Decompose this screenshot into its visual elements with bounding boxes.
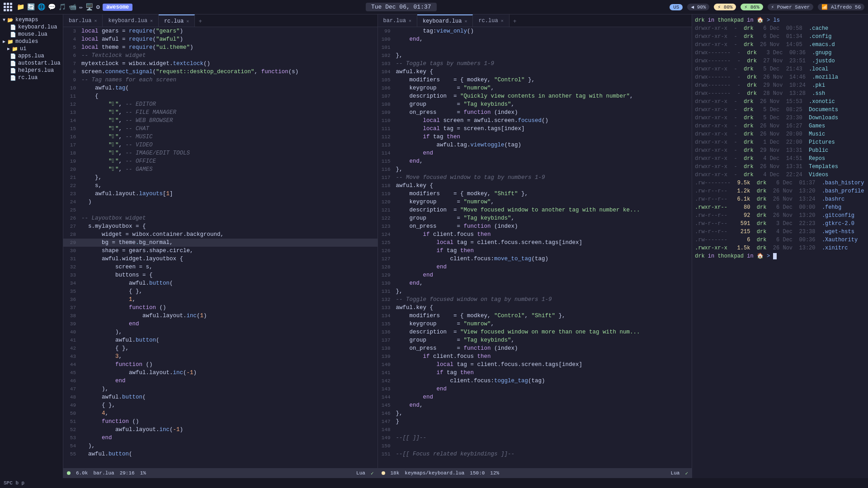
left-status-bar: 6.0k bar.lua 29:16 1% Lua ✓ xyxy=(63,468,377,478)
browser-icon[interactable]: 🌐 xyxy=(38,3,45,11)
code-line: 142 client.focus:toggle_tag(tag) xyxy=(378,377,692,385)
left-tab-keyboard-lua-close[interactable]: ✕ xyxy=(150,18,153,23)
sidebar-item-rc-lua[interactable]: 📄 rc.lua xyxy=(0,74,63,81)
sidebar-item-apps-lua[interactable]: 📄 apps.lua xyxy=(0,52,63,60)
code-line: 107 description = "Quickly view contents… xyxy=(378,92,692,100)
sidebar-label-autostart: autostart.lua xyxy=(18,60,61,66)
sidebar-item-modules[interactable]: ▶ 📁 modules xyxy=(0,38,63,45)
main-layout: ▼ 📂 keymaps 📄 keyboard.lua 📄 mouse.lua ▶… xyxy=(0,14,868,478)
right-tab-bar-lua-close[interactable]: ✕ xyxy=(409,18,411,23)
terminal-icon[interactable]: 🖥️ xyxy=(85,3,93,11)
code-line: 123 on_press = function (index) xyxy=(378,222,692,230)
code-line: 115 end, xyxy=(378,157,692,165)
status-battery2: ⚡ 86% xyxy=(741,4,763,10)
sidebar-item-mouse-lua[interactable]: 📄 mouse.lua xyxy=(0,31,63,38)
left-tab-bar-lua-close[interactable]: ✕ xyxy=(94,18,97,23)
file-icon[interactable]: 📁 xyxy=(17,3,24,11)
code-line: 18 "", -- IMAGE/EDIT TOOLS xyxy=(63,149,377,157)
left-tab-bar: bar.lua ✕ keyboard.lua ✕ rc.lua ✕ + xyxy=(63,14,377,27)
code-line: 150 xyxy=(378,442,692,450)
right-tab-keyboard-lua[interactable]: keyboard.lua ✕ xyxy=(417,14,473,27)
right-status-pct: 12% xyxy=(490,470,499,476)
terminal-line: .rwxr-xr-x 1.5k drk 26 Nov 13:20 .xinitr… xyxy=(695,244,865,252)
code-line: 34 awful.button( xyxy=(63,279,377,287)
code-line: 31 awful.widget.layoutbox { xyxy=(63,255,377,263)
refresh-icon[interactable]: 🔄 xyxy=(27,3,35,11)
left-status-pos: 29:16 xyxy=(120,470,135,476)
terminal-line: drwxr-xr-x - drk 26 Nov 14:05 .emacs.d xyxy=(695,41,865,49)
code-line: 23 awful.layout.layouts[1] xyxy=(63,190,377,198)
code-line: 135 keygroup = "numrow", xyxy=(378,320,692,328)
code-line: 143 end xyxy=(378,385,692,393)
code-line: 136 description = "View focused window o… xyxy=(378,328,692,336)
sidebar-label-keyboard: keyboard.lua xyxy=(18,24,57,30)
edit-icon[interactable]: ✏️ xyxy=(79,3,83,11)
code-line: 46 end xyxy=(63,377,377,385)
terminal-line: drwxr-xr-x - drk 1 Dec 22:00 Pictures xyxy=(695,138,865,146)
chat-icon[interactable]: 💬 xyxy=(48,3,56,11)
right-tab-add[interactable]: + xyxy=(509,16,520,27)
code-line: 134 modifiers = { modkey, "Control", "Sh… xyxy=(378,312,692,320)
file-icon-autostart: 📄 xyxy=(10,61,16,66)
code-line: 30 shape = gears.shape.circle, xyxy=(63,247,377,255)
terminal-line: drwxr-xr-x - drk 26 Nov 15:53 .xonotic xyxy=(695,98,865,106)
sidebar-item-keyboard-lua[interactable]: 📄 keyboard.lua xyxy=(0,23,63,31)
sidebar-item-keymaps[interactable]: ▼ 📂 keymaps xyxy=(0,16,63,23)
right-status-check: ✓ xyxy=(685,470,688,476)
code-line: 14 "", -- WEB BROWSER xyxy=(63,117,377,125)
sidebar-item-ui[interactable]: ▶ 📁 ui xyxy=(0,45,63,52)
sidebar-item-helpers-lua[interactable]: 📄 helpers.lua xyxy=(0,67,63,74)
bottom-bar: SPC b p xyxy=(0,478,868,488)
code-line: 24 ) xyxy=(63,198,377,206)
code-line: 104awful.key { xyxy=(378,68,692,76)
right-code-content[interactable]: 99 tag:view_only() 100 end, 101 102}, 10… xyxy=(378,27,692,468)
code-line: 41 awful.button( xyxy=(63,336,377,344)
terminal-line: drwxr-xr-x - drk 4 Dec 14:51 Repos xyxy=(695,155,865,163)
terminal-line: .rw-r--r-- 215 drk 4 Dec 23:38 .wget-hst… xyxy=(695,228,865,236)
left-tab-add[interactable]: + xyxy=(195,16,206,27)
code-line: 25 xyxy=(63,206,377,214)
right-tab-bar-lua[interactable]: bar.lua ✕ xyxy=(378,14,417,27)
code-line: 103-- Toggle tags by numbers 1-9 xyxy=(378,60,692,68)
left-code-content[interactable]: 3local gears = require("gears") 4local a… xyxy=(63,27,377,468)
video-icon[interactable]: 📹 xyxy=(69,3,76,11)
topbar-right: US ◀ 90% ⚡ 80% ⚡ 86% ⚡ Power Saver 📶 Alf… xyxy=(670,4,864,10)
right-status-bar: 18k keymaps/keyboard.lua 150:0 12% Lua ✓ xyxy=(378,468,692,478)
left-status-indicator xyxy=(67,471,71,475)
left-tab-keyboard-lua[interactable]: keyboard.lua ✕ xyxy=(103,14,158,27)
right-tab-bar-lua-label: bar.lua xyxy=(383,18,406,24)
code-line: 10 awful.tag( xyxy=(63,84,377,92)
apps-grid-icon[interactable] xyxy=(4,3,12,11)
code-line: 99 tag:view_only() xyxy=(378,27,692,35)
right-tab-keyboard-lua-label: keyboard.lua xyxy=(423,18,462,24)
code-line: 53 end xyxy=(63,434,377,442)
code-line: 21 }, xyxy=(63,174,377,182)
music-icon[interactable]: 🎵 xyxy=(58,3,66,11)
sidebar-item-autostart-lua[interactable]: 📄 autostart.lua xyxy=(0,60,63,67)
left-tab-rc-lua[interactable]: rc.lua ✕ xyxy=(159,14,195,27)
code-line: 22 s, xyxy=(63,182,377,190)
code-line: 4local awful = require("awful") xyxy=(63,35,377,43)
terminal-line: drwx------- - drk 28 Nov 13:28 .ssh xyxy=(695,89,865,98)
awesome-badge[interactable]: awesome xyxy=(103,4,132,11)
code-line: 100 end, xyxy=(378,35,692,43)
right-tab-rc-lua[interactable]: rc.lua ✕ xyxy=(473,14,509,27)
left-tab-bar-lua-label: bar.lua xyxy=(69,18,91,24)
file-tree: ▼ 📂 keymaps 📄 keyboard.lua 📄 mouse.lua ▶… xyxy=(0,14,63,83)
left-tab-bar-lua[interactable]: bar.lua ✕ xyxy=(63,14,103,27)
terminal-content[interactable]: drk in thonkpad in 🏠 > ls drwxr-xr-x - d… xyxy=(692,14,868,478)
right-tab-rc-lua-close[interactable]: ✕ xyxy=(501,18,504,23)
code-line: 52 awful.layout.inc(-1) xyxy=(63,426,377,434)
topbar-datetime: Tue Dec 06, 01:37 xyxy=(366,3,437,11)
terminal-panel: drk in thonkpad in 🏠 > ls drwxr-xr-x - d… xyxy=(692,14,868,478)
left-status-size: 6.0k xyxy=(76,470,88,476)
terminal-line: .rw------- 6 drk 6 Dec 00:36 .Xauthority xyxy=(695,236,865,244)
right-tab-keyboard-lua-close[interactable]: ✕ xyxy=(464,19,467,24)
right-code-panel: bar.lua ✕ keyboard.lua ✕ rc.lua ✕ + xyxy=(378,14,692,478)
code-line: 51 function () xyxy=(63,418,377,426)
code-line: 35 { }, xyxy=(63,287,377,296)
topbar: 📁 🔄 🌐 💬 🎵 📹 ✏️ 🖥️ ⚙️ awesome Tue Dec 06,… xyxy=(0,0,868,14)
config-icon[interactable]: ⚙️ xyxy=(96,3,99,11)
left-tab-rc-lua-close[interactable]: ✕ xyxy=(186,19,189,24)
left-status-lang: Lua xyxy=(356,470,365,476)
